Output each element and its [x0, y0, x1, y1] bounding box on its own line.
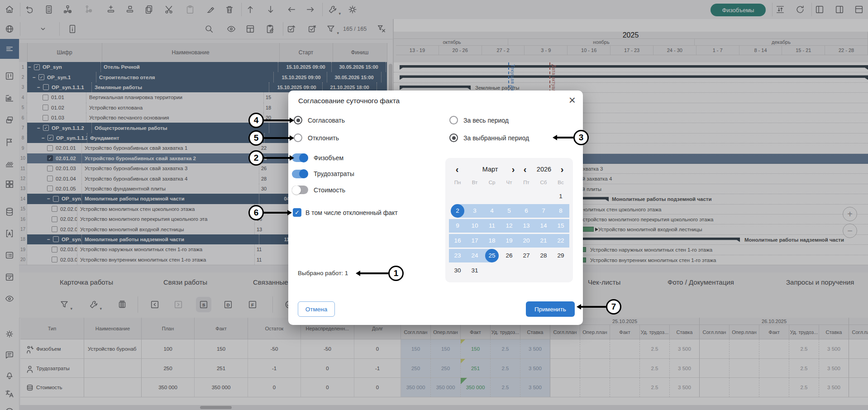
annotation-circle: 7 — [606, 299, 621, 315]
date-range-calendar: ‹Март›‹2026›ПнВтСрЧтПтСбВс12345678910111… — [445, 158, 573, 282]
annotation-circle: 4 — [248, 113, 264, 128]
selected-works-label: Выбрано работ: 1 — [298, 270, 348, 277]
day-cell[interactable]: 23 — [449, 249, 466, 262]
annotation-arrow — [264, 212, 287, 214]
radio-selected-period[interactable] — [449, 133, 458, 142]
annotation-arrow — [557, 137, 573, 138]
day-cell[interactable]: 13 — [518, 219, 535, 233]
weekday-label: Вс — [552, 178, 569, 187]
radio-decline[interactable] — [294, 133, 302, 142]
selected-day[interactable]: 2 — [451, 204, 464, 218]
day-cell[interactable]: 6 — [518, 204, 535, 218]
day-cell[interactable]: 10 — [466, 219, 483, 233]
day-cell[interactable]: 18 — [483, 234, 501, 248]
arrowhead-icon — [356, 271, 360, 276]
day-cell[interactable]: 30 — [449, 264, 466, 277]
day-cell[interactable]: 3 — [466, 204, 483, 218]
toggle-row: Стоимость — [292, 186, 345, 194]
radio-label: За весь период — [463, 117, 509, 124]
annotation-circle: 5 — [248, 130, 264, 146]
arrowhead-icon — [553, 135, 557, 140]
day-cell[interactable]: 28 — [535, 249, 552, 262]
radio-label: За выбранный период — [463, 134, 529, 142]
weekday-label: Пт — [518, 178, 535, 187]
day-cell[interactable]: 19 — [501, 234, 518, 248]
annotation-arrow — [264, 137, 290, 139]
close-icon[interactable]: × — [569, 93, 576, 107]
day-cell[interactable]: 24 — [466, 249, 483, 262]
day-cell[interactable]: 31 — [466, 264, 483, 277]
day-cell[interactable]: 26 — [501, 249, 518, 262]
arrowhead-icon — [290, 155, 294, 161]
toggle-трудозатраты[interactable] — [292, 170, 308, 178]
selected-day[interactable]: 25 — [485, 249, 499, 262]
radio-approve[interactable] — [294, 116, 302, 124]
toggle-label: Трудозатраты — [314, 170, 354, 177]
day-cell[interactable]: 1 — [552, 189, 569, 203]
calendar-month-label: Март — [474, 164, 506, 175]
radio-label: Согласовать — [308, 117, 345, 124]
weekday-label: Сб — [535, 178, 552, 187]
day-cell[interactable]: 15 — [552, 219, 569, 233]
calendar-year-label: 2026 — [534, 164, 554, 175]
weekday-label: Вт — [466, 178, 483, 187]
app-window: 165 / 165 Физобъемы Диаграмма Ганта▼ Шиф… — [0, 0, 868, 410]
annotation-circle: 2 — [248, 150, 264, 166]
day-cell[interactable]: 20 — [518, 234, 535, 248]
next-year-chevron-icon[interactable]: › — [558, 164, 567, 175]
day-cell[interactable]: 22 — [552, 234, 569, 248]
checkbox-label: В том числе отклоненный факт — [305, 209, 398, 216]
day-cell[interactable]: 29 — [552, 249, 569, 262]
decision-radio-row: Отклонить — [294, 133, 339, 142]
annotation-arrow — [360, 272, 388, 274]
toggle-row: Трудозатраты — [292, 170, 354, 178]
weekday-label: Ср — [483, 178, 501, 187]
day-cell[interactable]: 9 — [449, 219, 466, 233]
declined-fact-checkbox[interactable]: ✓ — [293, 208, 301, 217]
period-radio-row: За весь период — [449, 116, 509, 124]
decision-radio-row: Согласовать — [294, 116, 345, 124]
day-cell[interactable]: 5 — [501, 204, 518, 218]
day-cell[interactable]: 17 — [466, 234, 483, 248]
day-cell[interactable]: 27 — [518, 249, 535, 262]
day-cell[interactable]: 12 — [501, 219, 518, 233]
arrowhead-icon — [290, 135, 294, 141]
annotation-arrow — [581, 306, 606, 308]
prev-year-chevron-icon[interactable]: ‹ — [520, 164, 529, 175]
toggle-стоимость[interactable] — [292, 186, 308, 194]
day-cell[interactable]: 8 — [552, 204, 569, 218]
approval-dialog: Согласование суточного факта × Согласова… — [288, 91, 583, 325]
weekday-label: Пн — [449, 178, 466, 187]
annotation-arrow — [264, 157, 290, 159]
day-cell[interactable]: 4 — [483, 204, 501, 218]
day-cell[interactable]: 16 — [449, 234, 466, 248]
toggle-row: Физобъем — [292, 153, 343, 162]
radio-label: Отклонить — [308, 134, 339, 142]
period-radio-row: За выбранный период — [449, 133, 529, 142]
radio-whole-period[interactable] — [449, 116, 458, 124]
arrowhead-icon — [577, 304, 581, 310]
toggle-label: Стоимость — [314, 186, 345, 194]
annotation-arrow — [264, 119, 290, 121]
day-cell[interactable]: 11 — [483, 219, 501, 233]
toggle-физобъем[interactable] — [292, 153, 308, 162]
include-declined-row: ✓В том числе отклоненный факт — [293, 208, 398, 217]
annotation-circle: 3 — [573, 130, 589, 145]
day-cell[interactable]: 25 — [483, 249, 501, 262]
day-cell[interactable]: 21 — [535, 234, 552, 248]
day-cell[interactable]: 14 — [535, 219, 552, 233]
dialog-title: Согласование суточного факта — [298, 97, 400, 105]
arrowhead-icon — [290, 118, 294, 123]
annotation-circle: 6 — [248, 205, 264, 220]
cancel-button[interactable]: Отмена — [298, 301, 335, 317]
annotation-circle: 1 — [388, 266, 404, 281]
day-cell[interactable]: 7 — [535, 204, 552, 218]
apply-button[interactable]: Применить — [526, 301, 575, 317]
arrowhead-icon — [287, 210, 292, 215]
prev-month-chevron-icon[interactable]: ‹ — [453, 164, 462, 175]
toggle-label: Физобъем — [314, 154, 343, 162]
next-month-chevron-icon[interactable]: › — [509, 164, 518, 175]
day-cell[interactable]: 2 — [449, 204, 466, 218]
weekday-label: Чт — [501, 178, 518, 187]
